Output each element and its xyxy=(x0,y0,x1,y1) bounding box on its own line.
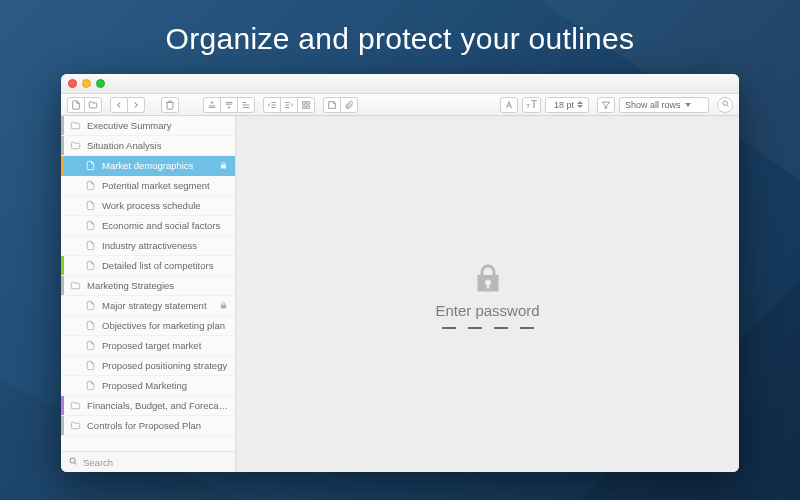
new-document-button[interactable] xyxy=(67,97,85,113)
outdent-icon xyxy=(267,100,277,110)
sidebar: Executive SummarySituation AnalysisMarke… xyxy=(61,116,236,472)
sidebar-search[interactable]: Search xyxy=(61,451,235,472)
sidebar-item[interactable]: Controls for Proposed Plan xyxy=(61,416,235,436)
color-stripe xyxy=(61,136,64,155)
color-stripe xyxy=(61,116,64,135)
row-below-button[interactable] xyxy=(220,97,238,113)
sidebar-item[interactable]: Objectives for marketing plan xyxy=(61,316,235,336)
sidebar-item[interactable]: Industry attractiveness xyxy=(61,236,235,256)
filter-icon xyxy=(601,100,611,110)
sidebar-item-label: Executive Summary xyxy=(87,120,229,131)
search-icon xyxy=(68,456,78,468)
color-stripe xyxy=(61,396,64,415)
color-stripe xyxy=(61,276,64,295)
delete-button[interactable] xyxy=(161,97,179,113)
window-close-button[interactable] xyxy=(68,79,77,88)
window-minimize-button[interactable] xyxy=(82,79,91,88)
lock-icon xyxy=(219,161,229,170)
hero-headline-text: Organize and protect your outlines xyxy=(166,22,635,55)
pin-slot xyxy=(442,327,456,329)
paperclip-icon xyxy=(344,100,354,110)
nav-back-button[interactable] xyxy=(110,97,128,113)
toolbar: TT 18 pt Show all rows xyxy=(61,94,739,116)
document-icon xyxy=(85,240,97,251)
folder-icon xyxy=(70,140,82,151)
sidebar-item-label: Major strategy statement xyxy=(102,300,219,311)
filter-dropdown[interactable]: Show all rows xyxy=(619,97,709,113)
sidebar-item[interactable]: Market demographics xyxy=(61,156,235,176)
sidebar-item[interactable]: Work process schedule xyxy=(61,196,235,216)
sidebar-item[interactable]: Executive Summary xyxy=(61,116,235,136)
text-size-icon: TT xyxy=(526,100,537,110)
note-button[interactable] xyxy=(323,97,341,113)
svg-point-4 xyxy=(722,101,727,106)
toolbar-search-button[interactable] xyxy=(717,97,733,113)
row-child-button[interactable] xyxy=(237,97,255,113)
document-content: Enter password xyxy=(236,116,739,472)
sidebar-item-label: Work process schedule xyxy=(102,200,229,211)
sidebar-item[interactable]: Potential market segment xyxy=(61,176,235,196)
row-above-button[interactable] xyxy=(203,97,221,113)
document-icon xyxy=(85,360,97,371)
document-icon xyxy=(85,300,97,311)
filter-button[interactable] xyxy=(597,97,615,113)
color-stripe xyxy=(61,256,64,275)
sidebar-item[interactable]: Proposed positioning strategy xyxy=(61,356,235,376)
filter-value: Show all rows xyxy=(625,100,681,110)
new-folder-button[interactable] xyxy=(84,97,102,113)
row-child-icon xyxy=(241,100,251,110)
sidebar-item[interactable]: Detailed list of competitors xyxy=(61,256,235,276)
window-body: Executive SummarySituation AnalysisMarke… xyxy=(61,116,739,472)
folder-icon xyxy=(70,120,82,131)
document-icon xyxy=(85,180,97,191)
nav-forward-button[interactable] xyxy=(127,97,145,113)
app-window: TT 18 pt Show all rows xyxy=(61,74,739,472)
sidebar-item-label: Detailed list of competitors xyxy=(102,260,229,271)
pin-slot xyxy=(468,327,482,329)
font-icon xyxy=(504,100,514,110)
outdent-button[interactable] xyxy=(263,97,281,113)
password-input[interactable] xyxy=(442,327,534,329)
window-zoom-button[interactable] xyxy=(96,79,105,88)
indent-button[interactable] xyxy=(280,97,298,113)
pin-slot xyxy=(494,327,508,329)
sidebar-item[interactable]: Financials, Budget, and Forecasts xyxy=(61,396,235,416)
text-size-button[interactable]: TT xyxy=(522,97,541,113)
document-icon xyxy=(85,340,97,351)
attachment-button[interactable] xyxy=(340,97,358,113)
svg-rect-2 xyxy=(303,105,306,108)
document-icon xyxy=(85,320,97,331)
sidebar-item-label: Economic and social factors xyxy=(102,220,229,231)
document-icon xyxy=(85,380,97,391)
sidebar-item-label: Financials, Budget, and Forecasts xyxy=(87,400,229,411)
lock-icon xyxy=(219,301,229,310)
sidebar-search-placeholder: Search xyxy=(83,457,113,468)
sidebar-item-label: Proposed Marketing xyxy=(102,380,229,391)
group-button[interactable] xyxy=(297,97,315,113)
row-above-icon xyxy=(207,100,217,110)
color-stripe xyxy=(61,416,64,435)
outline-tree: Executive SummarySituation AnalysisMarke… xyxy=(61,116,235,451)
window-titlebar xyxy=(61,74,739,94)
font-size-stepper-icon xyxy=(577,101,583,108)
folder-icon xyxy=(70,400,82,411)
chevron-right-icon xyxy=(131,100,141,110)
sidebar-item[interactable]: Proposed target market xyxy=(61,336,235,356)
document-icon xyxy=(85,160,97,171)
search-icon xyxy=(721,99,730,110)
sidebar-item[interactable]: Proposed Marketing xyxy=(61,376,235,396)
font-size-field[interactable]: 18 pt xyxy=(545,97,589,113)
font-size-value: 18 pt xyxy=(554,100,574,110)
sidebar-item-label: Marketing Strategies xyxy=(87,280,229,291)
document-icon xyxy=(85,200,97,211)
color-stripe xyxy=(61,156,64,175)
sidebar-item[interactable]: Situation Analysis xyxy=(61,136,235,156)
sidebar-item[interactable]: Economic and social factors xyxy=(61,216,235,236)
sidebar-item[interactable]: Major strategy statement xyxy=(61,296,235,316)
sidebar-item[interactable]: Marketing Strategies xyxy=(61,276,235,296)
trash-icon xyxy=(165,100,175,110)
indent-icon xyxy=(284,100,294,110)
font-style-button[interactable] xyxy=(500,97,518,113)
sidebar-item-label: Industry attractiveness xyxy=(102,240,229,251)
sidebar-item-label: Controls for Proposed Plan xyxy=(87,420,229,431)
